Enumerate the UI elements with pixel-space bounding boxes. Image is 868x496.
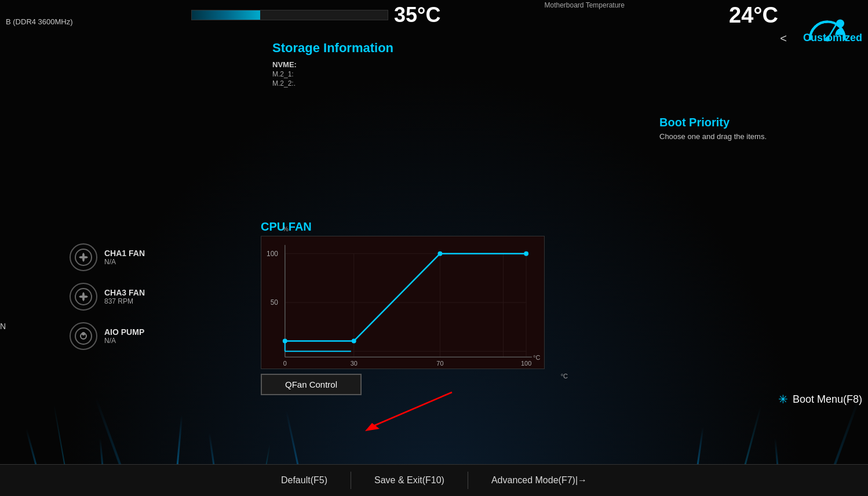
snowflake-icon: ✳ <box>778 392 788 406</box>
storage-title: Storage Information <box>272 41 475 56</box>
svg-point-11 <box>82 332 85 335</box>
main-content: B (DDR4 3600MHz) 35°C Motherboard Temper… <box>0 0 868 496</box>
cpu-temp-section: 35°C <box>191 3 440 27</box>
mb-temp-label: Motherboard Temperature <box>544 0 625 9</box>
svg-point-4 <box>836 20 844 28</box>
cpu-fan-title: CPU FAN <box>261 220 562 234</box>
cha3-fan-icon <box>70 283 97 311</box>
customized-label: Customized <box>803 32 862 44</box>
m2-2-label: M.2_2:. <box>272 79 475 87</box>
save-exit-button[interactable]: Save & Exit(F10) <box>351 469 468 491</box>
svg-point-32 <box>283 338 287 343</box>
boot-priority-title: Boot Priority <box>659 116 862 129</box>
mb-temp-value: 24°C <box>729 3 778 28</box>
bottom-bar: Default(F5) Save & Exit(F10) Advanced Mo… <box>0 464 868 496</box>
cha3-fan-item: CHA3 FAN 837 RPM <box>70 283 145 311</box>
boot-priority-section: Boot Priority Choose one and drag the it… <box>659 116 862 141</box>
fan-section: CHA1 FAN N/A CHA3 FAN 837 RPM <box>70 243 145 350</box>
svg-point-9 <box>75 328 92 344</box>
red-arrow-annotation <box>348 389 464 438</box>
default-button[interactable]: Default(F5) <box>258 469 351 491</box>
boot-priority-description: Choose one and drag the items. <box>659 132 862 141</box>
cpu-temp-bar <box>191 10 388 20</box>
cha1-fan-rpm: N/A <box>104 258 145 266</box>
aio-pump-icon <box>70 322 97 350</box>
svg-text:100: 100 <box>521 360 531 367</box>
nvme-label: NVME: <box>272 60 475 69</box>
cha3-fan-rpm: 837 RPM <box>104 297 145 305</box>
boot-menu-button[interactable]: ✳ Boot Menu(F8) <box>778 392 862 406</box>
svg-point-33 <box>352 338 356 343</box>
aio-pump-item: AIO PUMP N/A <box>70 322 145 350</box>
cha3-fan-name: CHA3 FAN <box>104 288 145 297</box>
storage-section: Storage Information NVME: M.2_1: M.2_2:. <box>272 41 475 89</box>
svg-text:50: 50 <box>271 298 279 307</box>
left-edge-label: N <box>0 322 6 331</box>
temp-axis-label: °C <box>561 373 568 380</box>
svg-text:30: 30 <box>351 360 358 367</box>
svg-text:100: 100 <box>267 250 278 258</box>
cha1-fan-icon <box>70 243 97 271</box>
cpu-fan-chart: 100 50 0 30 70 100 °C <box>261 236 545 369</box>
aio-pump-name: AIO PUMP <box>104 327 144 337</box>
cpu-temp-bar-fill <box>192 10 260 20</box>
chevron-left-icon[interactable]: < <box>780 32 787 45</box>
mb-temp-display: 24°C <box>729 3 778 28</box>
aio-pump-rpm: N/A <box>104 337 144 345</box>
svg-point-35 <box>524 251 528 256</box>
cpu-temp-value: 35°C <box>394 3 440 27</box>
gauge-icon-area <box>793 6 862 52</box>
svg-text:°C: °C <box>533 354 540 361</box>
cha1-fan-name: CHA1 FAN <box>104 249 145 258</box>
fan-curve-chart: 100 50 0 30 70 100 °C <box>261 236 544 369</box>
svg-text:0: 0 <box>283 360 287 367</box>
svg-text:70: 70 <box>436 360 443 367</box>
cpu-fan-section: CPU FAN % <box>261 220 562 395</box>
qfan-control-button[interactable]: QFan Control <box>261 374 362 395</box>
svg-line-36 <box>371 392 452 427</box>
cha1-fan-item: CHA1 FAN N/A <box>70 243 145 271</box>
boot-menu-label: Boot Menu(F8) <box>793 393 862 406</box>
percent-label: % <box>283 225 289 232</box>
advanced-mode-button[interactable]: Advanced Mode(F7)|→ <box>468 469 610 491</box>
svg-point-34 <box>437 251 442 256</box>
m2-1-label: M.2_1: <box>272 70 475 78</box>
ram-label: B (DDR4 3600MHz) <box>6 17 73 26</box>
